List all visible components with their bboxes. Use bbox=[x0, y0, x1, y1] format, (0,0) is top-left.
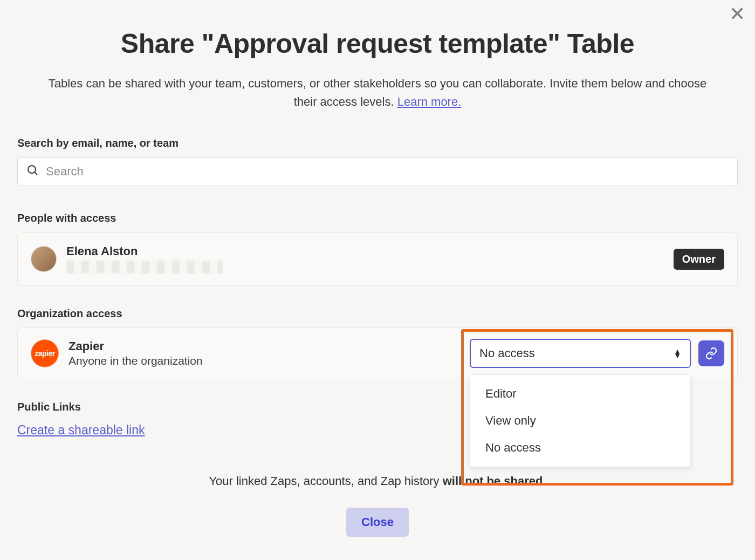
user-avatar bbox=[31, 246, 57, 272]
org-access-label: Organization access bbox=[17, 308, 738, 320]
create-shareable-link[interactable]: Create a shareable link bbox=[17, 423, 145, 437]
select-chevrons-icon: ▲▼ bbox=[674, 349, 681, 358]
disclaimer-pre: Your linked Zaps, accounts, and Zap hist… bbox=[209, 474, 442, 488]
search-input-container[interactable] bbox=[17, 157, 738, 186]
search-label: Search by email, name, or team bbox=[17, 137, 738, 149]
org-sub: Anyone in the organization bbox=[68, 354, 470, 367]
people-access-label: People with access bbox=[17, 212, 738, 224]
footer: Close bbox=[17, 508, 738, 537]
dropdown-option-view-only[interactable]: View only bbox=[470, 407, 690, 434]
disclaimer-bold: will not be shared. bbox=[443, 474, 546, 488]
learn-more-link[interactable]: Learn more. bbox=[397, 95, 462, 108]
person-info: Elena Alston bbox=[66, 244, 674, 274]
close-button[interactable]: Close bbox=[346, 508, 409, 537]
modal-title: Share "Approval request template" Table bbox=[17, 28, 738, 59]
org-name: Zapier bbox=[68, 339, 470, 353]
access-selected-value: No access bbox=[479, 346, 535, 360]
person-name: Elena Alston bbox=[66, 244, 674, 258]
search-icon bbox=[26, 164, 39, 179]
access-controls: No access ▲▼ Editor View only No access bbox=[470, 339, 724, 368]
people-access-card: Elena Alston Owner bbox=[17, 232, 738, 286]
owner-badge: Owner bbox=[674, 249, 724, 270]
org-access-card: zapier Zapier Anyone in the organization… bbox=[17, 327, 738, 379]
close-icon[interactable]: ✕ bbox=[729, 4, 745, 24]
dropdown-option-editor[interactable]: Editor bbox=[470, 380, 690, 407]
person-email-redacted bbox=[66, 261, 223, 274]
modal-description: Tables can be shared with your team, cus… bbox=[38, 74, 717, 111]
svg-line-1 bbox=[35, 172, 37, 175]
disclaimer: Your linked Zaps, accounts, and Zap hist… bbox=[17, 474, 738, 488]
dropdown-option-no-access[interactable]: No access bbox=[470, 434, 690, 461]
svg-point-0 bbox=[28, 166, 36, 173]
search-input[interactable] bbox=[46, 165, 729, 179]
access-level-select[interactable]: No access ▲▼ bbox=[470, 339, 691, 368]
description-text: Tables can be shared with your team, cus… bbox=[49, 77, 706, 108]
access-dropdown-menu: Editor View only No access bbox=[470, 374, 691, 467]
org-info: Zapier Anyone in the organization bbox=[68, 339, 470, 367]
copy-link-button[interactable] bbox=[698, 340, 724, 366]
org-avatar: zapier bbox=[31, 339, 59, 367]
share-modal: ✕ Share "Approval request template" Tabl… bbox=[0, 0, 755, 560]
